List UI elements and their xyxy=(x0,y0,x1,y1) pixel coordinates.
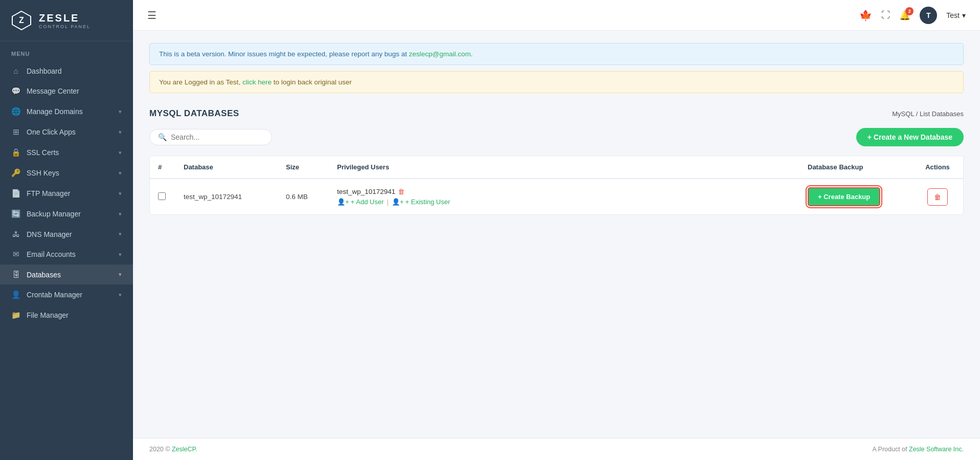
file-icon: 📄 xyxy=(11,189,20,198)
sidebar-item-backup-manager[interactable]: 🔄 Backup Manager ▾ xyxy=(0,204,133,224)
avatar: T xyxy=(920,7,937,24)
chevron-down-icon: ▾ xyxy=(119,190,122,197)
database-name: test_wp_10172941 xyxy=(184,193,242,201)
sidebar-item-manage-domains[interactable]: 🌐 Manage Domains ▾ xyxy=(0,101,133,122)
action-separator: | xyxy=(387,198,388,206)
footer-company-link[interactable]: Zesle Software Inc. xyxy=(909,446,964,453)
hamburger-menu-button[interactable]: ☰ xyxy=(147,9,157,21)
sidebar: Z ZESLE CONTROL PANEL MENU ⌂ Dashboard 💬… xyxy=(0,0,133,460)
username-text: test_wp_10172941 xyxy=(337,188,395,195)
chevron-down-icon: ▾ xyxy=(119,251,122,258)
notification-badge: 2 xyxy=(905,7,914,15)
footer-copyright: 2020 © xyxy=(149,446,172,453)
search-icon: 🔍 xyxy=(158,133,167,141)
footer-left: 2020 © ZesleCP. xyxy=(149,446,197,453)
key-icon: 🔑 xyxy=(11,168,20,178)
chevron-down-icon: ▾ xyxy=(119,211,122,217)
folder-icon: 📁 xyxy=(11,311,20,320)
breadcrumb-separator: / xyxy=(916,110,920,118)
breadcrumb-parent: MySQL xyxy=(892,110,914,118)
sidebar-item-label: Email Accounts xyxy=(27,250,113,258)
dns-icon: 🖧 xyxy=(11,230,20,238)
sidebar-item-label: FTP Manager xyxy=(27,189,113,198)
main-area: ☰ 🍁 ⛶ 🔔 2 T Test ▾ This is a beta versio… xyxy=(133,0,980,460)
database-size-cell: 0.6 MB xyxy=(278,179,329,214)
lock-icon: 🔒 xyxy=(11,148,20,157)
beta-alert-text-end: . xyxy=(471,50,473,58)
brand-title: ZESLE xyxy=(39,12,91,24)
page-title: MYSQL DATABASES xyxy=(149,108,239,119)
database-icon: 🗄 xyxy=(11,270,20,279)
email-icon: ✉ xyxy=(11,250,20,259)
logo-icon: Z xyxy=(10,9,33,32)
existing-user-link[interactable]: 👤+ + Existing User xyxy=(392,198,450,206)
topbar: ☰ 🍁 ⛶ 🔔 2 T Test ▾ xyxy=(133,0,980,31)
sidebar-item-ssh-keys[interactable]: 🔑 SSH Keys ▾ xyxy=(0,163,133,183)
sidebar-item-label: File Manager xyxy=(27,311,122,319)
sidebar-item-databases[interactable]: 🗄 Databases ▾ xyxy=(0,265,133,284)
sidebar-item-file-manager[interactable]: 📁 File Manager xyxy=(0,305,133,325)
apps-icon: ⊞ xyxy=(11,127,20,137)
notification-bell-icon[interactable]: 🔔 2 xyxy=(899,10,910,21)
add-user-link[interactable]: 👤+ + Add User xyxy=(337,198,384,206)
chevron-down-icon: ▾ xyxy=(119,149,122,156)
crontab-icon: 👤 xyxy=(11,290,20,299)
beta-alert-text: This is a beta version. Minor issues mig… xyxy=(159,50,409,58)
footer-brand-link[interactable]: ZesleCP. xyxy=(172,446,197,453)
sidebar-item-one-click-apps[interactable]: ⊞ One Click Apps ▾ xyxy=(0,122,133,142)
sidebar-item-ssl-certs[interactable]: 🔒 SSL Certs ▾ xyxy=(0,142,133,163)
logo-text: ZESLE CONTROL PANEL xyxy=(39,12,91,29)
chevron-down-icon: ▾ xyxy=(119,231,122,237)
col-header-actions: Actions xyxy=(912,156,963,179)
database-backup-cell: + Create Backup xyxy=(799,179,912,214)
existing-user-label: + Existing User xyxy=(405,198,450,206)
create-backup-button[interactable]: + Create Backup xyxy=(808,187,880,206)
sidebar-item-ftp-manager[interactable]: 📄 FTP Manager ▾ xyxy=(0,183,133,204)
sidebar-item-email-accounts[interactable]: ✉ Email Accounts ▾ xyxy=(0,244,133,265)
content-area: This is a beta version. Minor issues mig… xyxy=(133,31,980,438)
login-alert-text: You are Logged in as Test, xyxy=(159,78,242,86)
menu-label: MENU xyxy=(0,41,133,61)
page-header: MYSQL DATABASES MySQL / List Databases xyxy=(149,108,964,119)
user-dropdown-icon: ▾ xyxy=(962,11,966,19)
sidebar-item-crontab-manager[interactable]: 👤 Crontab Manager ▾ xyxy=(0,284,133,305)
row-checkbox-cell xyxy=(150,179,175,214)
sidebar-item-message-center[interactable]: 💬 Message Center xyxy=(0,81,133,101)
sidebar-item-label: Dashboard xyxy=(27,67,122,75)
brand-subtitle: CONTROL PANEL xyxy=(39,24,91,29)
col-header-database-backup: Database Backup xyxy=(799,156,912,179)
col-header-hash: # xyxy=(150,156,175,179)
col-header-database: Database xyxy=(175,156,278,179)
user-action-links: 👤+ + Add User | 👤+ + Existing User xyxy=(337,198,791,206)
privileged-users-cell: test_wp_10172941 🗑 👤+ + Add User | xyxy=(329,179,799,214)
sidebar-logo: Z ZESLE CONTROL PANEL xyxy=(0,0,133,41)
footer-right: A Product of Zesle Software Inc. xyxy=(872,446,964,453)
user-menu[interactable]: Test ▾ xyxy=(946,11,966,19)
col-header-privileged-users: Privileged Users xyxy=(329,156,799,179)
login-click-here-link[interactable]: click here xyxy=(242,78,272,86)
delete-database-button[interactable]: 🗑 xyxy=(927,188,948,206)
chevron-down-icon: ▾ xyxy=(119,292,122,298)
actions-cell: 🗑 xyxy=(912,179,963,214)
beta-email-link[interactable]: zeslecp@gmail.com xyxy=(409,50,471,58)
existing-user-icon: 👤+ xyxy=(392,198,404,206)
sidebar-item-dashboard[interactable]: ⌂ Dashboard xyxy=(0,61,133,81)
table-row: test_wp_10172941 0.6 MB test_wp_10172941… xyxy=(150,179,963,214)
sidebar-item-label: Manage Domains xyxy=(27,107,113,116)
search-input[interactable] xyxy=(171,133,263,141)
fullscreen-icon[interactable]: ⛶ xyxy=(881,10,890,20)
row-checkbox[interactable] xyxy=(158,192,166,200)
delete-user-icon[interactable]: 🗑 xyxy=(398,188,405,195)
chevron-down-icon: ▾ xyxy=(119,108,122,115)
home-icon: ⌂ xyxy=(11,67,20,75)
footer: 2020 © ZesleCP. A Product of Zesle Softw… xyxy=(133,438,980,460)
databases-table: # Database Size Privileged Users Databas… xyxy=(149,156,964,215)
message-icon: 💬 xyxy=(11,86,20,96)
flag-icon[interactable]: 🍁 xyxy=(859,9,872,21)
user-list: test_wp_10172941 🗑 👤+ + Add User | xyxy=(337,188,791,206)
sidebar-item-label: Message Center xyxy=(27,87,122,95)
sidebar-item-dns-manager[interactable]: 🖧 DNS Manager ▾ xyxy=(0,224,133,244)
user-name: Test xyxy=(946,11,960,19)
login-alert-text-end: to login back original user xyxy=(272,78,352,86)
create-database-button[interactable]: + Create a New Database xyxy=(856,128,964,146)
